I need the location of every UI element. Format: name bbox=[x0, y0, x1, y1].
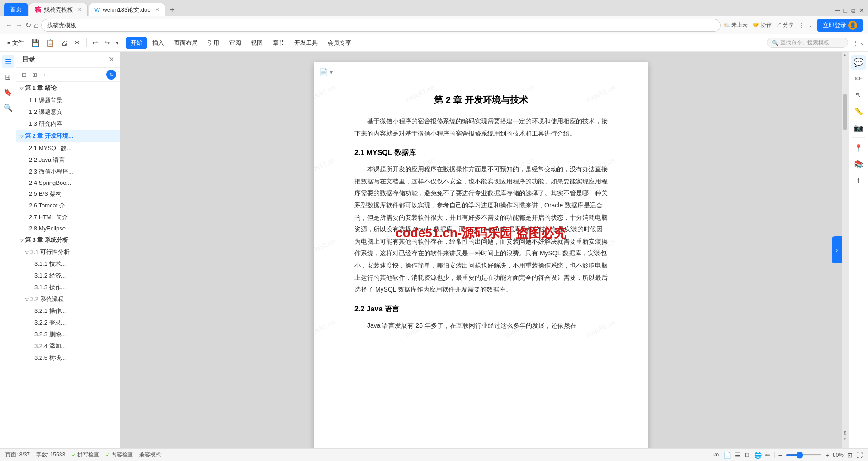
tab-home[interactable]: 首页 bbox=[4, 3, 28, 16]
doc-vertical-scrollbar[interactable]: ▲ ▼ ▲ ▼ bbox=[842, 52, 848, 448]
tab-doc-close[interactable]: ✕ bbox=[155, 7, 159, 13]
view-page-icon[interactable]: 📄 bbox=[723, 452, 731, 459]
left-icon-nav[interactable]: ⊞ bbox=[2, 71, 14, 83]
window-restore[interactable]: ⧉ bbox=[851, 7, 855, 14]
nav-refresh[interactable]: ↻ bbox=[25, 21, 31, 29]
scroll-indicator-down[interactable]: ▼ bbox=[843, 437, 847, 441]
tab-doc[interactable]: W weixn183论文.doc ✕ bbox=[89, 3, 165, 16]
zoom-slider[interactable] bbox=[786, 454, 822, 456]
toc-item-2-5[interactable]: 2.5 B/S 架构 bbox=[16, 188, 120, 200]
menu-start[interactable]: 开始 bbox=[126, 37, 147, 49]
right-icon-pencil[interactable]: ✏ bbox=[851, 71, 866, 86]
menu-devtools[interactable]: 开发工具 bbox=[290, 37, 322, 49]
toc-item-2-4[interactable]: 2.4 SpringBoo... bbox=[16, 178, 120, 188]
view-eye-icon[interactable]: 👁 bbox=[713, 452, 720, 459]
spell-check[interactable]: ✓ 拼写检查 bbox=[71, 451, 99, 459]
toc-item-1-1[interactable]: 1.1 课题背景 bbox=[16, 94, 120, 106]
scroll-indicator-up[interactable]: ▲ bbox=[843, 431, 847, 436]
more-menu-2[interactable]: ⌄ bbox=[860, 40, 864, 46]
toc-item-ch1[interactable]: ▽ 第 1 章 绪论 bbox=[16, 82, 120, 94]
content-check[interactable]: ✓ 内容检查 bbox=[105, 451, 133, 459]
more-menu-1[interactable]: ⋮ bbox=[853, 40, 858, 46]
toc-item-3-2-1[interactable]: 3.2.1 操作... bbox=[16, 305, 120, 317]
tab-template-close[interactable]: ✕ bbox=[78, 7, 82, 13]
menu-redo[interactable]: ↪ bbox=[102, 37, 113, 49]
menu-chapter[interactable]: 章节 bbox=[268, 37, 289, 49]
nav-forward[interactable]: → bbox=[15, 21, 23, 29]
toc-item-1-3[interactable]: 1.3 研究内容 bbox=[16, 118, 120, 130]
more-btn[interactable]: ⋮ bbox=[798, 22, 804, 28]
page-toolbar-arrow[interactable]: ▾ bbox=[330, 69, 333, 75]
window-maximize[interactable]: □ bbox=[844, 7, 847, 14]
right-icon-comment[interactable]: 💬 bbox=[851, 55, 866, 70]
toc-item-2-7[interactable]: 2.7 HTML 简介 bbox=[16, 212, 120, 223]
scroll-up-btn[interactable]: ▲ bbox=[842, 52, 848, 58]
tab-template[interactable]: 稿 找稿壳模板 ✕ bbox=[29, 3, 88, 16]
menu-file[interactable]: ≡ 文件 bbox=[4, 37, 28, 49]
toc-item-2-2[interactable]: 2.2 Java 语言 bbox=[16, 154, 120, 166]
toc-item-3-1-1[interactable]: 3.1.1 技术... bbox=[16, 258, 120, 270]
toc-item-3-1-2[interactable]: 3.1.2 经济... bbox=[16, 270, 120, 282]
menu-review[interactable]: 审阅 bbox=[225, 37, 245, 49]
menu-preview[interactable]: 👁 bbox=[71, 37, 84, 48]
collab-btn[interactable]: 🤝 协作 bbox=[752, 21, 771, 29]
toc-remove[interactable]: − bbox=[50, 71, 57, 79]
right-icon-ruler[interactable]: 📏 bbox=[851, 104, 866, 118]
menu-vip[interactable]: 会员专享 bbox=[323, 37, 356, 49]
toc-item-1-2[interactable]: 1.2 课题意义 bbox=[16, 106, 120, 118]
toc-item-2-8[interactable]: 2.8 MyEclipse ... bbox=[16, 223, 120, 234]
login-button[interactable]: 立即登录 👤 bbox=[817, 19, 863, 32]
left-icon-search[interactable]: 🔍 bbox=[2, 101, 14, 114]
view-edit-icon[interactable]: ✏ bbox=[765, 452, 771, 459]
float-expand-btn[interactable]: › bbox=[832, 236, 842, 263]
toc-item-2-3[interactable]: 2.3 微信小程序... bbox=[16, 166, 120, 178]
toc-add[interactable]: + bbox=[41, 71, 48, 79]
toc-collapse-all[interactable]: ⊞ bbox=[30, 71, 39, 79]
menu-layout[interactable]: 页面布局 bbox=[170, 37, 202, 49]
toc-expand-all[interactable]: ⊟ bbox=[20, 71, 28, 79]
toc-item-3-2-5[interactable]: 3.2.5 树状... bbox=[16, 352, 120, 364]
menu-undo[interactable]: ↩ bbox=[90, 37, 101, 49]
zoom-plus[interactable]: + bbox=[826, 452, 829, 459]
toc-item-2-6[interactable]: 2.6 Tomcat 介... bbox=[16, 200, 120, 212]
toc-item-3-2-2[interactable]: 3.2.2 登录... bbox=[16, 317, 120, 329]
window-close[interactable]: ✕ bbox=[859, 7, 864, 14]
toc-refresh[interactable]: ↻ bbox=[106, 70, 116, 80]
page-doc-icon[interactable]: 📄 bbox=[319, 68, 328, 76]
toc-item-ch2[interactable]: ▽ 第 2 章 开发环境... bbox=[16, 130, 120, 142]
right-icon-info[interactable]: ℹ bbox=[851, 173, 866, 188]
view-list-icon[interactable]: ☰ bbox=[735, 452, 741, 459]
zoom-minus[interactable]: − bbox=[778, 452, 782, 459]
zoom-fullscreen[interactable]: ⛶ bbox=[856, 452, 863, 459]
toc-item-2-1[interactable]: 2.1 MYSQL 数... bbox=[16, 142, 120, 154]
toc-item-3-1[interactable]: ▽ 3.1 可行性分析 bbox=[16, 246, 120, 258]
right-icon-screenshot[interactable]: 📷 bbox=[851, 120, 866, 135]
tab-add[interactable]: + bbox=[166, 4, 179, 16]
menu-view[interactable]: 视图 bbox=[246, 37, 267, 49]
nav-back[interactable]: ← bbox=[5, 21, 13, 29]
left-icon-bookmark[interactable]: 🔖 bbox=[2, 86, 14, 99]
right-icon-book[interactable]: 📚 bbox=[851, 157, 866, 171]
menu-saveas[interactable]: 📋 bbox=[43, 37, 57, 49]
toc-item-ch3[interactable]: ▽ 第 3 章 系统分析 bbox=[16, 234, 120, 246]
view-web-icon[interactable]: 🌐 bbox=[754, 452, 762, 459]
toc-item-3-1-3[interactable]: 3.1.3 操作... bbox=[16, 282, 120, 293]
toc-item-3-2-3[interactable]: 3.2.3 删除... bbox=[16, 329, 120, 340]
menu-insert[interactable]: 插入 bbox=[148, 37, 169, 49]
nav-home[interactable]: ⌂ bbox=[34, 21, 38, 29]
window-minimize[interactable]: ─ bbox=[835, 6, 840, 14]
toolbar-search[interactable]: 🔍 查找命令、搜索模板 bbox=[767, 38, 848, 48]
menu-more[interactable]: ▾ bbox=[114, 38, 120, 48]
scroll-thumb[interactable] bbox=[843, 94, 847, 130]
right-icon-location[interactable]: 📍 bbox=[851, 141, 866, 155]
menu-save[interactable]: 💾 bbox=[28, 37, 42, 49]
right-icon-cursor[interactable]: ↖ bbox=[851, 88, 866, 102]
toc-item-3-2-4[interactable]: 3.2.4 添加... bbox=[16, 340, 120, 352]
share-btn[interactable]: ↗ 分享 bbox=[776, 21, 794, 29]
view-desktop-icon[interactable]: 🖥 bbox=[744, 452, 750, 459]
sidebar-close[interactable]: ✕ bbox=[108, 55, 114, 64]
menu-print[interactable]: 🖨 bbox=[58, 37, 71, 48]
expand-btn[interactable]: ⌄ bbox=[808, 22, 813, 28]
menu-reference[interactable]: 引用 bbox=[203, 37, 224, 49]
toc-item-3-2[interactable]: ▽ 3.2 系统流程 bbox=[16, 293, 120, 305]
